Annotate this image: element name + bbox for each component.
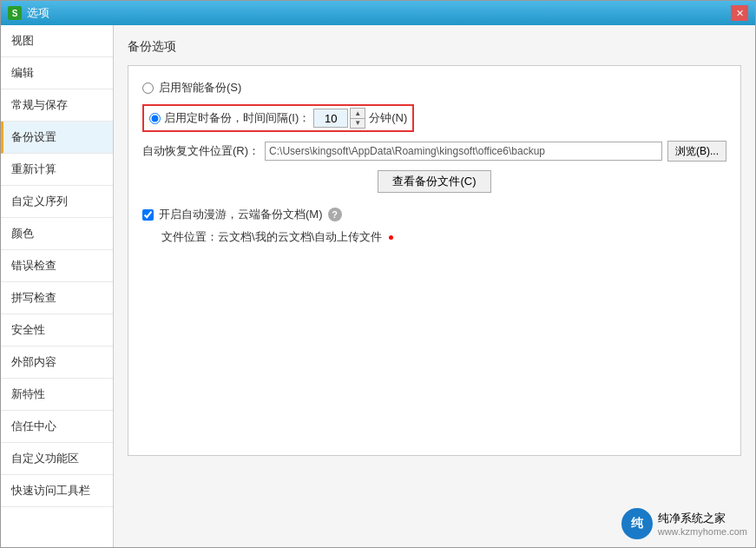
smart-backup-label: 启用智能备份(S) (159, 80, 241, 96)
sidebar-item-trust-center[interactable]: 信任中心 (1, 411, 113, 443)
view-backup-row: 查看备份文件(C) (142, 170, 726, 193)
content-box: 启用智能备份(S) 启用定时备份，时间间隔(I)： 10 ▲ ▼ (128, 65, 741, 456)
cloud-section: 开启自动漫游，云端备份文档(M) ? (142, 207, 726, 222)
watermark-url: www.kzmyhome.com (658, 526, 747, 537)
sidebar-item-color[interactable]: 颜色 (1, 218, 113, 250)
watermark: 纯 纯净系统之家 www.kzmyhome.com (621, 508, 747, 539)
restore-label: 自动恢复文件位置(R)： (142, 143, 260, 159)
main-window: S 选项 ✕ 视图 编辑 常规与保存 备份设置 重新计算 自定义序列 颜色 错误… (0, 0, 756, 548)
restore-path-input[interactable] (265, 142, 662, 161)
sidebar-item-spell-check[interactable]: 拼写检查 (1, 282, 113, 314)
minute-label: 分钟(N) (369, 110, 407, 126)
spinner-up-button[interactable]: ▲ (351, 109, 365, 118)
sidebar-item-new-features[interactable]: 新特性 (1, 379, 113, 411)
custom-backup-label: 启用定时备份，时间间隔(I)： (164, 110, 310, 126)
watermark-site-name: 纯净系统之家 (658, 511, 747, 526)
sidebar-item-general-save[interactable]: 常规与保存 (1, 89, 113, 122)
title-bar: S 选项 ✕ (1, 1, 755, 25)
sidebar-item-edit[interactable]: 编辑 (1, 57, 113, 89)
smart-backup-row: 启用智能备份(S) (142, 80, 726, 96)
custom-backup-radio[interactable] (149, 113, 161, 124)
help-icon[interactable]: ? (328, 208, 342, 221)
red-dot-indicator (389, 235, 393, 240)
sidebar-item-custom-func[interactable]: 自定义功能区 (1, 443, 113, 475)
cloud-checkbox[interactable] (142, 209, 154, 221)
view-backup-button[interactable]: 查看备份文件(C) (378, 170, 490, 193)
app-icon: S (8, 6, 22, 20)
cloud-label: 开启自动漫游，云端备份文档(M) (159, 207, 323, 222)
watermark-text: 纯净系统之家 www.kzmyhome.com (658, 511, 747, 537)
interval-spinner: ▲ ▼ (350, 108, 365, 129)
section-title: 备份选项 (128, 39, 741, 55)
watermark-logo: 纯 (621, 508, 653, 539)
cloud-path-label: 文件位置：云文档\我的云文档\自动上传文件 (161, 229, 382, 245)
sidebar: 视图 编辑 常规与保存 备份设置 重新计算 自定义序列 颜色 错误检查 拼写检查… (1, 25, 114, 547)
sidebar-item-quick-access[interactable]: 快速访问工具栏 (1, 475, 113, 507)
interval-input-wrapper: 10 ▲ ▼ (313, 108, 365, 129)
sidebar-item-error-check[interactable]: 错误检查 (1, 250, 113, 282)
sidebar-item-backup[interactable]: 备份设置 (1, 122, 113, 154)
sidebar-item-security[interactable]: 安全性 (1, 314, 113, 347)
smart-backup-radio[interactable] (142, 83, 154, 94)
window-title: 选项 (27, 5, 49, 21)
browse-button[interactable]: 浏览(B)... (667, 141, 726, 162)
cloud-path-row: 文件位置：云文档\我的云文档\自动上传文件 (161, 229, 726, 245)
custom-backup-row: 启用定时备份，时间间隔(I)： 10 ▲ ▼ 分钟(N) (142, 104, 726, 132)
sidebar-item-external[interactable]: 外部内容 (1, 347, 113, 379)
file-path-row: 自动恢复文件位置(R)： 浏览(B)... (142, 141, 726, 162)
main-panel: 备份选项 启用智能备份(S) 启用定时备份，时间间隔(I)： 10 (114, 25, 755, 547)
title-bar-left: S 选项 (8, 5, 49, 21)
interval-input[interactable]: 10 (313, 109, 348, 128)
sidebar-item-view[interactable]: 视图 (1, 25, 113, 57)
sidebar-item-recalc[interactable]: 重新计算 (1, 154, 113, 186)
close-button[interactable]: ✕ (731, 5, 748, 21)
content-area: 视图 编辑 常规与保存 备份设置 重新计算 自定义序列 颜色 错误检查 拼写检查… (1, 25, 755, 547)
custom-backup-highlight: 启用定时备份，时间间隔(I)： 10 ▲ ▼ 分钟(N) (142, 104, 414, 132)
title-buttons: ✕ (731, 5, 748, 21)
sidebar-item-custom-seq[interactable]: 自定义序列 (1, 186, 113, 218)
spinner-down-button[interactable]: ▼ (351, 118, 365, 128)
